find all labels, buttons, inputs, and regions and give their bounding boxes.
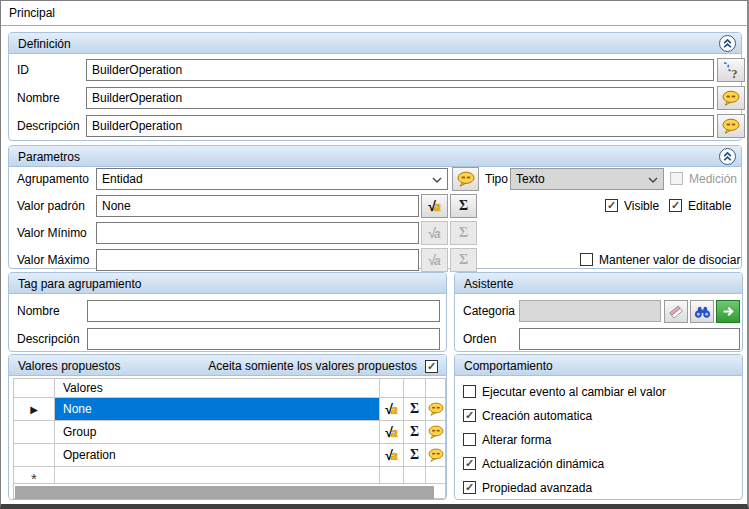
translate-descripcion-button[interactable] xyxy=(717,114,745,138)
row-selector-cell xyxy=(14,444,55,466)
tag-nombre-label: Nombre xyxy=(17,300,60,322)
editable-checkbox[interactable]: ✓ Editable xyxy=(669,198,731,213)
sigma-icon: Σ xyxy=(410,425,419,439)
mantener-valor-checkbox[interactable]: Mantener valor de disociar xyxy=(580,252,740,267)
tipo-select[interactable]: Texto xyxy=(510,168,664,190)
sum-valor-minimo-button: Σ xyxy=(450,221,477,245)
tag-nombre-field[interactable] xyxy=(87,300,440,322)
sum-cell-button[interactable]: Σ xyxy=(404,421,426,443)
value-cell[interactable]: None xyxy=(55,398,380,420)
checkbox-label: Mantener valor de disociar xyxy=(599,253,740,267)
parametros-group: Parametros Agrupamento Entidad Tipo Text… xyxy=(8,145,742,269)
translate-cell-button[interactable] xyxy=(426,421,445,443)
value-cell[interactable]: Operation xyxy=(55,444,380,466)
formula-cell-button[interactable]: √a xyxy=(380,444,404,466)
collapse-parametros-button[interactable] xyxy=(719,148,736,165)
checkbox-label: Propiedad avanzada xyxy=(482,481,592,495)
translate-cell-button[interactable] xyxy=(426,398,445,420)
table-row[interactable]: ▶ None √a Σ xyxy=(14,398,445,421)
propiedad-avanzada-checkbox[interactable]: ✓ Propiedad avanzada xyxy=(463,480,592,495)
orden-field[interactable] xyxy=(519,328,740,350)
row-selector-cell: * xyxy=(14,467,55,483)
panel-header: Principal xyxy=(1,1,747,26)
current-row-icon: ▶ xyxy=(30,404,38,415)
valor-minimo-label: Valor Mínimo xyxy=(17,222,87,244)
tipo-label: Tipo xyxy=(485,168,508,190)
group-title: Asistente xyxy=(464,277,513,291)
checkbox-label: Medición xyxy=(689,172,737,186)
descripcion-field[interactable] xyxy=(86,115,714,137)
chevron-double-up-icon xyxy=(722,38,733,49)
actualizacion-dinamica-checkbox[interactable]: ✓ Actualización dinámica xyxy=(463,456,604,471)
sum-cell-button[interactable]: Σ xyxy=(404,398,426,420)
valor-maximo-field[interactable] xyxy=(96,249,419,271)
sigma-icon: Σ xyxy=(410,402,419,416)
table-row[interactable]: Group √a Σ xyxy=(14,421,445,444)
formula-valor-minimo-button: √a xyxy=(421,221,448,245)
id-wizard-icon xyxy=(722,61,740,79)
nombre-field[interactable] xyxy=(86,87,714,109)
new-row[interactable]: * xyxy=(14,467,445,484)
sum-valor-maximo-button: Σ xyxy=(450,248,477,272)
tag-descripcion-label: Descripción xyxy=(17,328,80,350)
go-categoria-button[interactable] xyxy=(716,300,740,323)
valor-maximo-label: Valor Máximo xyxy=(17,249,89,271)
checkbox-box: ✓ xyxy=(605,199,618,212)
column-header: Valores xyxy=(55,379,380,397)
sum-valor-padron-button[interactable]: Σ xyxy=(450,194,477,218)
value-cell[interactable] xyxy=(55,467,380,483)
categoria-field xyxy=(519,300,661,322)
header-cell xyxy=(426,379,445,397)
valor-minimo-field[interactable] xyxy=(96,222,419,244)
accept-only-checkbox[interactable]: ✓ xyxy=(425,359,438,374)
clear-categoria-button[interactable] xyxy=(664,300,688,323)
checkbox-box xyxy=(580,253,593,266)
group-title: Valores propuestos xyxy=(18,359,121,373)
formula-cell-button[interactable]: √a xyxy=(380,421,404,443)
id-wizard-button[interactable] xyxy=(717,58,745,82)
new-row-icon: * xyxy=(31,474,37,484)
checkbox-label: Actualización dinámica xyxy=(482,457,604,471)
alterar-forma-checkbox[interactable]: Alterar forma xyxy=(463,432,551,447)
horizontal-scrollbar[interactable] xyxy=(15,486,434,499)
translate-cell-button[interactable] xyxy=(426,444,445,466)
formula-cell-button[interactable]: √a xyxy=(380,398,404,420)
agrupamento-select[interactable]: Entidad xyxy=(96,168,448,190)
sum-cell-button[interactable]: Σ xyxy=(404,444,426,466)
speech-bubble-icon xyxy=(428,448,444,462)
comportamiento-group: Comportamiento Ejecutar evento al cambia… xyxy=(454,354,743,500)
translate-agrupamento-button[interactable] xyxy=(452,167,479,191)
formula-icon: √a xyxy=(385,402,397,417)
tag-group-header: Tag para agrupamiento xyxy=(9,273,446,294)
value-cell[interactable]: Group xyxy=(55,421,380,443)
sigma-icon: Σ xyxy=(459,253,468,267)
agrupamento-label: Agrupamento xyxy=(17,168,89,190)
row-selector-cell xyxy=(14,421,55,443)
asistente-group-header: Asistente xyxy=(455,273,742,294)
page-title: Principal xyxy=(9,6,55,20)
creacion-automatica-checkbox[interactable]: ✓ Creación automatica xyxy=(463,408,592,423)
collapse-definicion-button[interactable] xyxy=(719,35,736,52)
eraser-icon xyxy=(668,304,684,320)
empty-cell xyxy=(380,467,404,483)
checkbox-label: Visible xyxy=(624,199,659,213)
id-field[interactable] xyxy=(86,59,714,81)
empty-cell xyxy=(404,467,426,483)
categoria-label: Categoria xyxy=(463,300,515,322)
header-cell xyxy=(380,379,404,397)
valor-padron-field[interactable] xyxy=(96,195,419,217)
find-categoria-button[interactable] xyxy=(690,300,714,323)
translate-nombre-button[interactable] xyxy=(717,86,745,110)
tag-descripcion-field[interactable] xyxy=(87,328,440,350)
accept-only-label: Aceita somiente los valores propuestos xyxy=(208,359,417,373)
valores-group: Valores propuestos Aceita somiente los v… xyxy=(8,354,447,500)
grid-header-row: Valores xyxy=(14,379,445,398)
id-label: ID xyxy=(17,59,29,81)
formula-valor-padron-button[interactable]: √a xyxy=(421,194,448,218)
checkbox-box: ✓ xyxy=(463,481,476,494)
ejecutar-evento-checkbox[interactable]: Ejecutar evento al cambiar el valor xyxy=(463,384,666,399)
group-title: Comportamiento xyxy=(464,359,553,373)
table-row[interactable]: Operation √a Σ xyxy=(14,444,445,467)
visible-checkbox[interactable]: ✓ Visible xyxy=(605,198,659,213)
checkbox-box xyxy=(670,172,683,185)
